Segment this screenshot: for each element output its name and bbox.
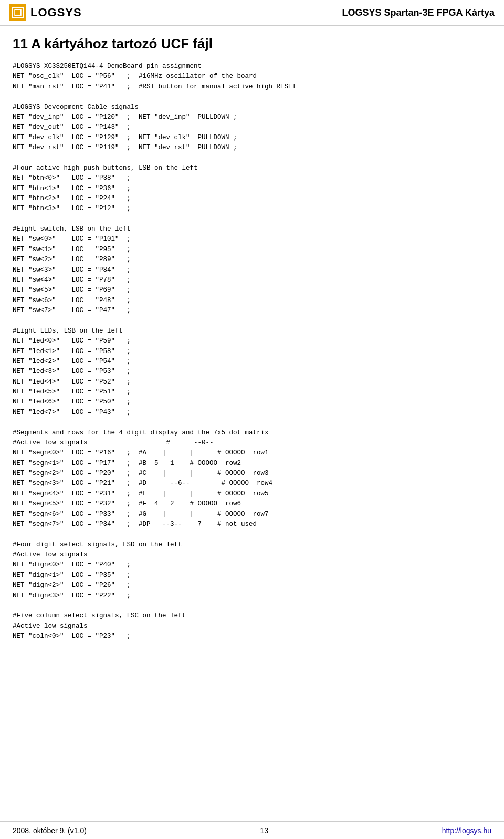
main-content: 11 A kártyához tartozó UCF fájl #LOGSYS …	[0, 26, 504, 651]
svg-rect-1	[15, 10, 20, 15]
chapter-heading: 11 A kártyához tartozó UCF fájl	[13, 36, 491, 52]
logo-text: LOGSYS	[30, 6, 82, 19]
footer-page: 13	[260, 826, 269, 835]
footer-date: 2008. október 9. (v1.0)	[13, 826, 87, 835]
page-footer: 2008. október 9. (v1.0) 13 http://logsys…	[0, 821, 504, 839]
header-title: LOGSYS Spartan-3E FPGA Kártya	[342, 7, 495, 18]
logo-icon	[12, 7, 24, 18]
code-block: #LOGSYS XC3S250ETQ144-4 DemoBoard pin as…	[13, 61, 491, 641]
logo-area: LOGSYS	[9, 4, 82, 21]
logo-box	[9, 4, 26, 21]
footer-link[interactable]: http://logsys.hu	[442, 826, 491, 835]
page-header: LOGSYS LOGSYS Spartan-3E FPGA Kártya	[0, 0, 504, 26]
logsys-svg-icon	[13, 8, 23, 17]
